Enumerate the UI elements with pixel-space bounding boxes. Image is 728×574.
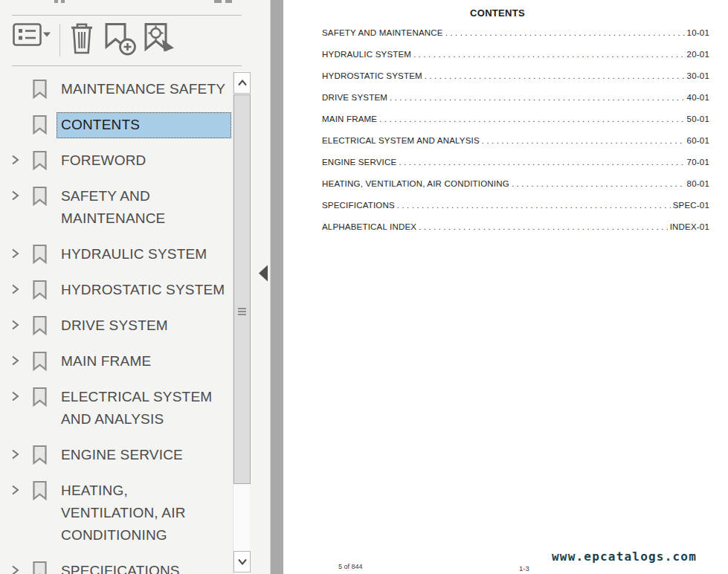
toc-leader-dots: ........................................…: [445, 28, 685, 37]
toc-entry-page: 30-01: [687, 71, 709, 80]
sidebar-scrollbar[interactable]: [233, 71, 250, 574]
toc-entry-label: ENGINE SERVICE: [322, 158, 396, 167]
toc-row: MAIN FRAME .............................…: [322, 115, 709, 124]
toc-leader-dots: ........................................…: [413, 50, 684, 59]
bookmark-flag-icon: [31, 349, 57, 372]
toolbar-top-divider: [12, 15, 242, 16]
expand-chevron-icon: [0, 77, 31, 94]
trash-icon: [71, 25, 92, 53]
expand-chevron-icon[interactable]: [0, 442, 31, 459]
document-page: CONTENTS SAFETY AND MAINTENANCE ........…: [283, 0, 728, 574]
scrollbar-thumb[interactable]: [233, 94, 251, 484]
toolbar-bottom-divider: [12, 65, 242, 66]
bookmark-item[interactable]: MAINTENANCE SAFETY: [0, 77, 233, 103]
expand-chevron-icon[interactable]: [0, 148, 31, 165]
cropped-icon-fragment: [61, 0, 65, 3]
bookmark-options-button[interactable]: [13, 22, 51, 48]
bookmark-flag-icon: [31, 277, 57, 300]
toc-entry-label: HYDRAULIC SYSTEM: [322, 50, 411, 59]
toc-leader-dots: ........................................…: [397, 201, 671, 210]
bookmark-item[interactable]: ENGINE SERVICE: [0, 442, 233, 468]
expand-current-bookmark-icon: [146, 25, 174, 52]
cropped-icon-fragment: [225, 0, 232, 3]
bookmark-flag-icon: [31, 478, 57, 501]
expand-chevron-icon[interactable]: [0, 384, 31, 402]
bookmark-flag-icon: [31, 242, 57, 265]
page-title: CONTENTS: [283, 7, 712, 19]
bookmark-flag-icon: [31, 384, 57, 407]
chevron-up-icon: [237, 80, 248, 86]
expand-chevron-icon[interactable]: [0, 313, 31, 330]
bookmarks-panel: MAINTENANCE SAFETY CONTENTS FOREWORD: [0, 0, 270, 574]
bookmark-flag-icon: [31, 77, 57, 100]
expand-chevron-icon[interactable]: [0, 349, 31, 366]
expand-chevron-icon[interactable]: [0, 184, 31, 201]
toc-leader-dots: ........................................…: [390, 93, 685, 102]
expand-chevron-icon[interactable]: [0, 478, 31, 495]
toc-row: HYDROSTATIC SYSTEM .....................…: [322, 71, 709, 81]
bookmark-options-icon: [14, 25, 51, 45]
scroll-up-button[interactable]: [233, 72, 251, 94]
panel-splitter[interactable]: [270, 0, 283, 574]
bookmark-item[interactable]: SAFETY AND MAINTENANCE: [0, 184, 233, 232]
toc-entry-label: DRIVE SYSTEM: [322, 93, 387, 102]
bookmark-item[interactable]: FOREWORD: [0, 148, 233, 174]
delete-bookmark-button[interactable]: [68, 22, 96, 55]
cropped-icon-fragment: [214, 0, 222, 3]
toc-entry-page: 60-01: [687, 136, 709, 145]
toc-leader-dots: ........................................…: [512, 179, 685, 188]
toc-entry-page: 10-01: [687, 28, 709, 37]
toc-row: DRIVE SYSTEM ...........................…: [322, 93, 709, 103]
cropped-icon-fragment: [54, 0, 58, 3]
toc-entry-page: INDEX-01: [670, 222, 709, 231]
toc-entry-label: MAIN FRAME: [322, 115, 377, 123]
toc-row: SPECIFICATIONS .........................…: [322, 201, 709, 210]
bookmark-label: HYDRAULIC SYSTEM: [57, 242, 211, 268]
bookmark-item[interactable]: HYDRAULIC SYSTEM: [0, 242, 233, 268]
new-bookmark-icon: [106, 25, 135, 55]
bookmark-item[interactable]: DRIVE SYSTEM: [0, 313, 233, 339]
bookmark-flag-icon: [31, 148, 57, 171]
collapse-panel-button[interactable]: [258, 265, 268, 282]
bookmarks-toolbar: [0, 22, 270, 61]
bookmark-list: MAINTENANCE SAFETY CONTENTS FOREWORD: [0, 71, 233, 574]
bookmark-label: SAFETY AND MAINTENANCE: [57, 184, 170, 232]
toc-entry-label: ELECTRICAL SYSTEM AND ANALYSIS: [322, 136, 480, 145]
bookmark-item[interactable]: ELECTRICAL SYSTEM AND ANALYSIS: [0, 384, 233, 433]
expand-chevron-icon: [0, 112, 31, 129]
bookmark-flag-icon: [31, 558, 57, 574]
toc-list: SAFETY AND MAINTENANCE .................…: [322, 28, 709, 244]
scrollbar-grip-icon: [238, 308, 246, 316]
page-indicator: 5 of 844: [338, 563, 363, 570]
toc-entry-page: 70-01: [687, 158, 709, 167]
bookmark-label: ELECTRICAL SYSTEM AND ANALYSIS: [57, 384, 216, 433]
toc-row: HYDRAULIC SYSTEM .......................…: [322, 50, 709, 59]
toc-leader-dots: ........................................…: [379, 115, 684, 123]
bookmark-item[interactable]: HEATING, VENTILATION, AIR CONDITIONING: [0, 478, 233, 549]
expand-chevron-icon[interactable]: [0, 558, 31, 574]
cursor-arrow-icon: [162, 39, 174, 52]
toc-row: ELECTRICAL SYSTEM AND ANALYSIS .........…: [322, 136, 709, 146]
scroll-down-button[interactable]: [233, 551, 251, 573]
bookmark-label: ENGINE SERVICE: [57, 442, 187, 468]
toc-row: ALPHABETICAL INDEX .....................…: [322, 222, 709, 232]
new-bookmark-button[interactable]: [102, 22, 138, 57]
bookmark-label: MAIN FRAME: [57, 349, 155, 375]
toc-row: SAFETY AND MAINTENANCE .................…: [322, 28, 709, 38]
toc-entry-page: 50-01: [687, 115, 709, 123]
toc-entry-page: 20-01: [687, 50, 709, 59]
bookmark-item[interactable]: CONTENTS: [0, 112, 233, 138]
expand-chevron-icon[interactable]: [0, 277, 31, 294]
bookmark-flag-icon: [31, 184, 57, 207]
toc-entry-label: HYDROSTATIC SYSTEM: [322, 71, 422, 80]
expand-current-bookmark-button[interactable]: [142, 22, 176, 57]
chevron-down-icon: [43, 33, 51, 37]
bookmark-item[interactable]: SPECIFICATIONS: [0, 558, 233, 574]
toc-row: ENGINE SERVICE .........................…: [322, 158, 709, 167]
bookmark-item[interactable]: MAIN FRAME: [0, 349, 233, 375]
bookmark-item[interactable]: HYDROSTATIC SYSTEM: [0, 277, 233, 303]
expand-chevron-icon[interactable]: [0, 242, 31, 259]
chevron-down-icon: [237, 558, 248, 565]
page-number: 1-3: [519, 564, 529, 573]
bookmark-label: CONTENTS: [57, 112, 231, 138]
